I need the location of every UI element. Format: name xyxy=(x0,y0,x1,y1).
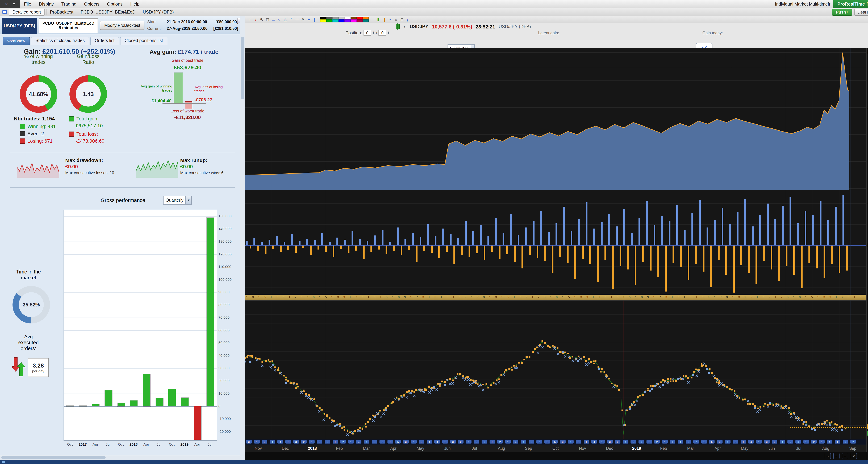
segment-tool-icon[interactable]: / xyxy=(288,16,294,22)
palette-swatch-14[interactable] xyxy=(356,20,363,22)
bar-count-segment: 4 xyxy=(827,440,832,443)
ellipse-tool-icon[interactable]: ○ xyxy=(277,16,282,22)
palette-swatch-0[interactable] xyxy=(320,16,326,20)
palette-swatch-2[interactable] xyxy=(332,16,338,20)
bar-count-segment: 5 xyxy=(787,440,793,443)
trade-count-number: 1 xyxy=(817,296,819,299)
menu-objects[interactable]: Objects xyxy=(80,1,103,7)
palette-swatch-9[interactable] xyxy=(326,20,332,22)
avg-loss-label: Avg loss of losing trades xyxy=(194,85,228,93)
document-tabbar: Detailed reportProBacktestPCBO_USDJPY_BE… xyxy=(0,8,868,16)
report-tab-statistics-of-closed-trades[interactable]: Statistics of closed trades xyxy=(31,37,89,45)
symbol-label[interactable]: USDJPY xyxy=(410,24,429,29)
trade-count-number: 3 xyxy=(763,296,764,299)
trade-count-number: 3 xyxy=(520,296,521,299)
triangle-tool-icon[interactable]: △ xyxy=(283,16,288,22)
trade-count-number: 3 xyxy=(702,296,704,299)
trade-count-number: 1 xyxy=(854,296,855,299)
palette-swatch-7[interactable] xyxy=(363,16,369,20)
menu-trading[interactable]: Trading xyxy=(58,1,80,7)
menu-options[interactable]: Options xyxy=(103,1,127,7)
doc-tab-probacktest[interactable]: ProBacktest xyxy=(46,9,77,15)
menu-display[interactable]: Display xyxy=(35,1,58,7)
palette-swatch-8[interactable] xyxy=(320,20,326,22)
scrollbar-thumb[interactable] xyxy=(241,37,244,99)
zoom-in-icon[interactable]: + xyxy=(842,453,848,459)
trade-count-number: 1 xyxy=(793,296,795,299)
palette-swatch-6[interactable] xyxy=(356,16,363,20)
bar-count-segment: 1 xyxy=(411,440,416,443)
doc-tab-pcbo-usdjpy-best-eod[interactable]: PCBO_USDJPY_BEst&EoD xyxy=(77,9,139,15)
sell-order-icon[interactable]: ↓ xyxy=(253,16,258,22)
doc-tab-detailed-report[interactable]: Detailed report xyxy=(9,8,45,15)
reset-zoom-icon[interactable]: × xyxy=(850,453,857,459)
palette-swatch-12[interactable] xyxy=(344,20,350,22)
taskbar-icon[interactable] xyxy=(2,461,5,463)
position-stepper[interactable]: ▲▼ xyxy=(373,31,375,35)
bar-chart-icon[interactable]: ∥ xyxy=(381,16,387,22)
menu-icon[interactable]: ≡ xyxy=(13,2,16,6)
zoom-select-tool-icon[interactable]: □ xyxy=(265,16,270,22)
trend-channel-tool-icon[interactable]: ∥ xyxy=(312,16,317,22)
report-tab-orders-list[interactable]: Orders list xyxy=(90,37,119,45)
push-button[interactable]: Push+ xyxy=(832,8,852,15)
trade-count-ribbon: 1315139173131513917313151391731315139173… xyxy=(245,295,866,300)
area-chart-icon[interactable]: ▲ xyxy=(393,16,399,22)
equity-curve-chart xyxy=(245,48,866,190)
grid-view-icon[interactable]: □ xyxy=(399,16,404,22)
trade-count-number: 9 xyxy=(404,296,406,299)
doc-tab-usd-jpy-dfb-[interactable]: USD/JPY (DFB) xyxy=(139,9,177,15)
titlebar: ✕ ≡ FileDisplayTradingObjectsOptionsHelp… xyxy=(0,0,868,8)
palette-swatch-15[interactable] xyxy=(363,20,369,22)
x-axis-label: 2019 xyxy=(178,442,191,446)
instrument-tab[interactable]: USD/JPY (DFB) xyxy=(2,18,37,34)
position-stepper2[interactable]: ▲▼ xyxy=(388,31,390,35)
current-capital: [£281,610.50] xyxy=(213,26,238,30)
trade-histogram-chart xyxy=(245,190,866,295)
bar-count-segment: 2 xyxy=(615,440,620,443)
palette-swatch-13[interactable] xyxy=(350,20,356,22)
trade-count-number: 7 xyxy=(781,296,782,299)
zoom-out-icon[interactable]: − xyxy=(833,453,840,459)
palette-swatch-1[interactable] xyxy=(326,16,332,20)
palette-swatch-4[interactable] xyxy=(344,16,350,20)
candlestick-chart-icon[interactable]: ▮ xyxy=(376,16,381,22)
close-icon[interactable]: ✕ xyxy=(5,2,8,6)
buy-order-icon[interactable]: ↑ xyxy=(247,16,252,22)
palette-swatch-11[interactable] xyxy=(338,20,344,22)
rectangle-tool-icon[interactable]: ▭ xyxy=(271,16,276,22)
indicator-icon[interactable]: ƒ xyxy=(405,16,410,22)
position-quantity2-input[interactable]: 0 xyxy=(379,30,386,36)
report-tab-overview[interactable]: Overview xyxy=(3,37,30,45)
pan-horizontal-icon[interactable]: ↔ xyxy=(825,453,831,459)
modify-probacktest-button[interactable]: Modify ProBacktest xyxy=(100,21,145,30)
menu-file[interactable]: File xyxy=(20,1,35,7)
trade-count-number: 3 xyxy=(726,296,728,299)
chevron-down-icon[interactable]: ▼ xyxy=(403,25,406,28)
gridline xyxy=(64,267,217,267)
report-horizontal-scrollbar[interactable] xyxy=(0,455,240,460)
performance-bar xyxy=(130,400,137,406)
text-tool-icon[interactable]: A xyxy=(300,16,306,22)
palette-swatch-3[interactable] xyxy=(338,16,344,20)
scrollbar-thumb[interactable] xyxy=(1,456,105,459)
line-chart-icon[interactable]: ~ xyxy=(388,16,393,22)
trade-count-number: 1 xyxy=(368,296,369,299)
menu-help[interactable]: Help xyxy=(126,1,144,7)
report-vertical-scrollbar[interactable] xyxy=(240,16,245,460)
bar-count-segment: 2 xyxy=(811,440,817,443)
bar-count-segment: 1 xyxy=(741,440,746,443)
fibonacci-tool-icon[interactable]: ≡ xyxy=(306,16,311,22)
hline-tool-icon[interactable]: — xyxy=(294,16,300,22)
gross-performance-period-select[interactable]: Quarterly ▼ xyxy=(163,196,192,205)
report-tab-closed-positions-list[interactable]: Closed positions list xyxy=(120,37,167,45)
palette-swatch-5[interactable] xyxy=(350,16,356,20)
position-quantity-input[interactable]: 0 xyxy=(364,30,371,36)
dealthru-button[interactable]: DealThru xyxy=(854,8,868,15)
cursor-tool-icon[interactable]: ↖ xyxy=(259,16,264,22)
palette-swatch-10[interactable] xyxy=(332,20,338,22)
bar-count-segment: 3 xyxy=(639,440,644,443)
trade-count-number: 5 xyxy=(265,296,266,299)
trade-count-number: 1 xyxy=(331,296,333,299)
time-axis-label: Sep xyxy=(518,446,539,451)
